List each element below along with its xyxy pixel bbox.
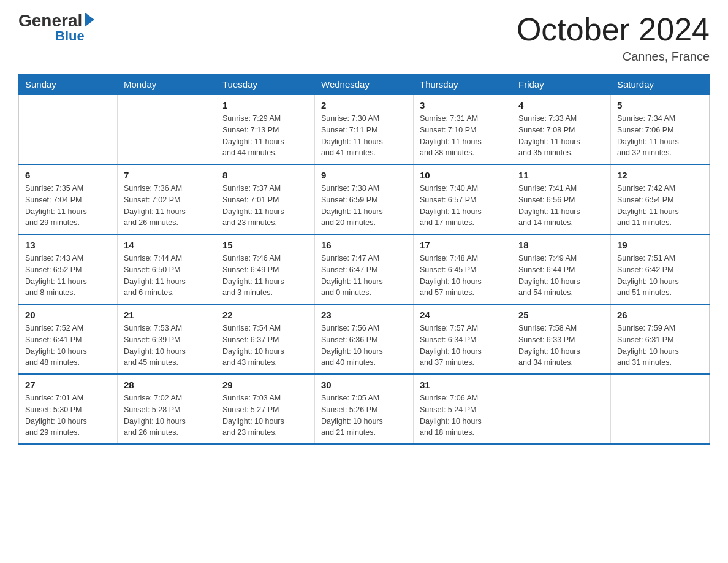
day-number: 15: [222, 240, 308, 250]
day-number: 9: [321, 170, 407, 180]
day-info: Sunrise: 7:40 AMSunset: 6:57 PMDaylight:…: [420, 183, 506, 229]
calendar-cell: 12Sunrise: 7:42 AMSunset: 6:54 PMDayligh…: [611, 164, 710, 234]
header-saturday: Saturday: [611, 74, 710, 95]
header-friday: Friday: [512, 74, 611, 95]
page-header: General Blue October 2024 Cannes, France: [18, 12, 710, 64]
day-number: 17: [420, 240, 506, 250]
day-number: 24: [420, 310, 506, 320]
header-thursday: Thursday: [414, 74, 512, 95]
calendar-cell: 30Sunrise: 7:05 AMSunset: 5:26 PMDayligh…: [315, 374, 414, 444]
day-number: 11: [518, 170, 604, 180]
calendar-body: 1Sunrise: 7:29 AMSunset: 7:13 PMDaylight…: [19, 95, 710, 445]
day-number: 23: [321, 310, 407, 320]
calendar-cell: 23Sunrise: 7:56 AMSunset: 6:36 PMDayligh…: [315, 304, 414, 374]
logo: General Blue: [18, 12, 94, 43]
day-info: Sunrise: 7:54 AMSunset: 6:37 PMDaylight:…: [222, 323, 308, 369]
day-number: 18: [518, 240, 604, 250]
calendar-table: SundayMondayTuesdayWednesdayThursdayFrid…: [18, 74, 710, 445]
day-info: Sunrise: 7:33 AMSunset: 7:08 PMDaylight:…: [518, 113, 604, 159]
calendar-cell: 17Sunrise: 7:48 AMSunset: 6:45 PMDayligh…: [414, 234, 512, 304]
calendar-week-4: 20Sunrise: 7:52 AMSunset: 6:41 PMDayligh…: [19, 304, 710, 374]
header-sunday: Sunday: [19, 74, 118, 95]
logo-general: General: [18, 12, 82, 29]
day-info: Sunrise: 7:06 AMSunset: 5:24 PMDaylight:…: [420, 393, 506, 439]
day-info: Sunrise: 7:53 AMSunset: 6:39 PMDaylight:…: [124, 323, 210, 369]
location: Cannes, France: [517, 50, 710, 64]
calendar-cell: 25Sunrise: 7:58 AMSunset: 6:33 PMDayligh…: [512, 304, 611, 374]
calendar-cell: 9Sunrise: 7:38 AMSunset: 6:59 PMDaylight…: [315, 164, 414, 234]
calendar-cell: 8Sunrise: 7:37 AMSunset: 7:01 PMDaylight…: [216, 164, 315, 234]
day-number: 8: [222, 170, 308, 180]
calendar-cell: 22Sunrise: 7:54 AMSunset: 6:37 PMDayligh…: [216, 304, 315, 374]
day-info: Sunrise: 7:03 AMSunset: 5:27 PMDaylight:…: [222, 393, 308, 439]
calendar-cell: 16Sunrise: 7:47 AMSunset: 6:47 PMDayligh…: [315, 234, 414, 304]
day-number: 16: [321, 240, 407, 250]
calendar-cell: 3Sunrise: 7:31 AMSunset: 7:10 PMDaylight…: [414, 95, 512, 165]
calendar-cell: 20Sunrise: 7:52 AMSunset: 6:41 PMDayligh…: [19, 304, 118, 374]
day-number: 1: [222, 100, 308, 110]
header-monday: Monday: [118, 74, 216, 95]
day-info: Sunrise: 7:31 AMSunset: 7:10 PMDaylight:…: [420, 113, 506, 159]
calendar-cell: 10Sunrise: 7:40 AMSunset: 6:57 PMDayligh…: [414, 164, 512, 234]
day-info: Sunrise: 7:34 AMSunset: 7:06 PMDaylight:…: [617, 113, 703, 159]
calendar-cell: 28Sunrise: 7:02 AMSunset: 5:28 PMDayligh…: [118, 374, 216, 444]
day-info: Sunrise: 7:46 AMSunset: 6:49 PMDaylight:…: [222, 253, 308, 299]
day-number: 28: [124, 380, 210, 390]
calendar-cell: 15Sunrise: 7:46 AMSunset: 6:49 PMDayligh…: [216, 234, 315, 304]
logo-blue: Blue: [55, 29, 85, 43]
day-info: Sunrise: 7:56 AMSunset: 6:36 PMDaylight:…: [321, 323, 407, 369]
day-info: Sunrise: 7:05 AMSunset: 5:26 PMDaylight:…: [321, 393, 407, 439]
month-title: October 2024: [517, 12, 710, 47]
day-info: Sunrise: 7:49 AMSunset: 6:44 PMDaylight:…: [518, 253, 604, 299]
calendar-cell: 13Sunrise: 7:43 AMSunset: 6:52 PMDayligh…: [19, 234, 118, 304]
day-number: 30: [321, 380, 407, 390]
day-info: Sunrise: 7:30 AMSunset: 7:11 PMDaylight:…: [321, 113, 407, 159]
calendar-cell: 1Sunrise: 7:29 AMSunset: 7:13 PMDaylight…: [216, 95, 315, 165]
calendar-cell: 7Sunrise: 7:36 AMSunset: 7:02 PMDaylight…: [118, 164, 216, 234]
day-info: Sunrise: 7:58 AMSunset: 6:33 PMDaylight:…: [518, 323, 604, 369]
day-info: Sunrise: 7:02 AMSunset: 5:28 PMDaylight:…: [124, 393, 210, 439]
day-number: 22: [222, 310, 308, 320]
calendar-cell: 14Sunrise: 7:44 AMSunset: 6:50 PMDayligh…: [118, 234, 216, 304]
day-number: 29: [222, 380, 308, 390]
calendar-cell: 29Sunrise: 7:03 AMSunset: 5:27 PMDayligh…: [216, 374, 315, 444]
calendar-cell: 4Sunrise: 7:33 AMSunset: 7:08 PMDaylight…: [512, 95, 611, 165]
calendar-header-row: SundayMondayTuesdayWednesdayThursdayFrid…: [19, 74, 710, 95]
day-number: 13: [25, 240, 111, 250]
day-number: 12: [617, 170, 703, 180]
day-info: Sunrise: 7:36 AMSunset: 7:02 PMDaylight:…: [124, 183, 210, 229]
day-info: Sunrise: 7:37 AMSunset: 7:01 PMDaylight:…: [222, 183, 308, 229]
calendar-cell: 5Sunrise: 7:34 AMSunset: 7:06 PMDaylight…: [611, 95, 710, 165]
day-info: Sunrise: 7:41 AMSunset: 6:56 PMDaylight:…: [518, 183, 604, 229]
day-number: 27: [25, 380, 111, 390]
day-number: 20: [25, 310, 111, 320]
day-number: 6: [25, 170, 111, 180]
day-number: 5: [617, 100, 703, 110]
calendar-cell: 31Sunrise: 7:06 AMSunset: 5:24 PMDayligh…: [414, 374, 512, 444]
calendar-cell: 21Sunrise: 7:53 AMSunset: 6:39 PMDayligh…: [118, 304, 216, 374]
day-info: Sunrise: 7:29 AMSunset: 7:13 PMDaylight:…: [222, 113, 308, 159]
title-block: October 2024 Cannes, France: [517, 12, 710, 64]
calendar-cell: 6Sunrise: 7:35 AMSunset: 7:04 PMDaylight…: [19, 164, 118, 234]
day-info: Sunrise: 7:47 AMSunset: 6:47 PMDaylight:…: [321, 253, 407, 299]
logo-arrow-icon: [85, 12, 94, 27]
calendar-cell: 2Sunrise: 7:30 AMSunset: 7:11 PMDaylight…: [315, 95, 414, 165]
calendar-cell: 11Sunrise: 7:41 AMSunset: 6:56 PMDayligh…: [512, 164, 611, 234]
day-number: 31: [420, 380, 506, 390]
day-info: Sunrise: 7:59 AMSunset: 6:31 PMDaylight:…: [617, 323, 703, 369]
day-number: 3: [420, 100, 506, 110]
day-number: 10: [420, 170, 506, 180]
calendar-cell: 18Sunrise: 7:49 AMSunset: 6:44 PMDayligh…: [512, 234, 611, 304]
calendar-week-2: 6Sunrise: 7:35 AMSunset: 7:04 PMDaylight…: [19, 164, 710, 234]
day-number: 14: [124, 240, 210, 250]
day-info: Sunrise: 7:44 AMSunset: 6:50 PMDaylight:…: [124, 253, 210, 299]
calendar-week-5: 27Sunrise: 7:01 AMSunset: 5:30 PMDayligh…: [19, 374, 710, 444]
header-tuesday: Tuesday: [216, 74, 315, 95]
calendar-cell: 26Sunrise: 7:59 AMSunset: 6:31 PMDayligh…: [611, 304, 710, 374]
calendar-cell: [611, 374, 710, 444]
day-number: 19: [617, 240, 703, 250]
calendar-cell: [512, 374, 611, 444]
day-info: Sunrise: 7:38 AMSunset: 6:59 PMDaylight:…: [321, 183, 407, 229]
day-number: 7: [124, 170, 210, 180]
calendar-cell: 19Sunrise: 7:51 AMSunset: 6:42 PMDayligh…: [611, 234, 710, 304]
